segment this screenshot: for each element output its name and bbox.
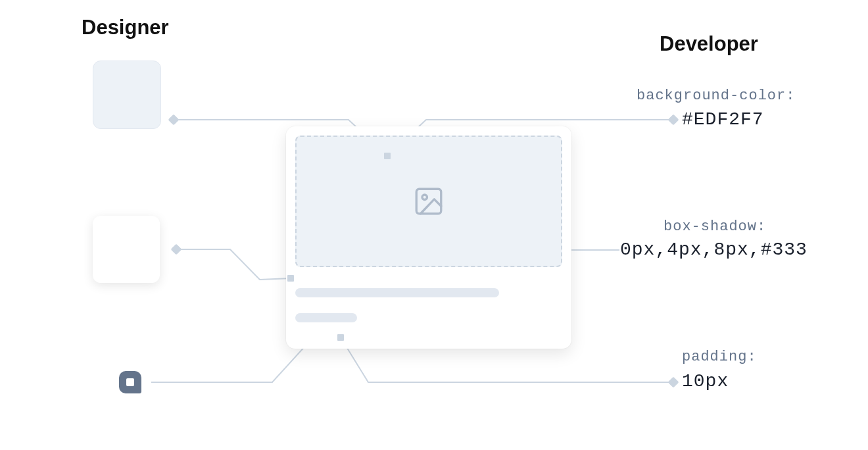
image-placeholder-icon	[412, 185, 445, 218]
text-placeholder-line	[295, 288, 499, 297]
connector-node	[668, 377, 679, 388]
svg-point-1	[422, 195, 427, 200]
connector-node	[171, 244, 182, 255]
connector-node	[287, 275, 294, 282]
label-padding: padding:	[682, 349, 757, 365]
value-box-shadow: 0px,4px,8px,#333	[620, 239, 808, 260]
value-background-color: #EDF2F7	[682, 109, 764, 130]
heading-developer: Developer	[660, 32, 758, 56]
connector-node	[168, 114, 180, 126]
swatch-padding	[119, 371, 141, 393]
label-box-shadow: box-shadow:	[663, 218, 766, 235]
swatch-background-color	[93, 61, 161, 129]
connector-node	[668, 114, 679, 126]
image-placeholder-area	[295, 136, 562, 267]
heading-designer: Designer	[82, 16, 169, 39]
text-placeholder-line	[295, 313, 357, 322]
swatch-box-shadow	[93, 216, 160, 283]
ui-component-mock	[286, 126, 571, 349]
connector-node	[337, 334, 344, 341]
connector-node	[384, 153, 391, 159]
label-background-color: background-color:	[637, 88, 795, 104]
value-padding: 10px	[682, 371, 729, 391]
